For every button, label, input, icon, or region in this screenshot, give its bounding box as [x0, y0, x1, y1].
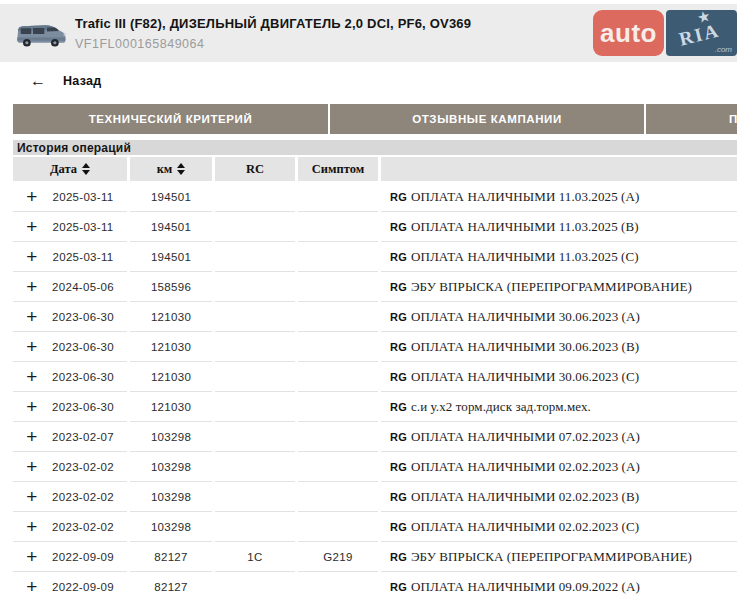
tab-bar: ТЕХНИЧЕСКИЙ КРИТЕРИЙ ОТЗЫВНЫЕ КАМПАНИИ П	[13, 104, 737, 134]
expand-row-icon[interactable]: +	[13, 188, 51, 206]
table-row: +2025-03-11194501RGОПЛАТА НАЛИЧНЫМИ 11.0…	[13, 182, 737, 212]
row-description: RGОПЛАТА НАЛИЧНЫМИ 02.02.2023 (B)	[381, 482, 737, 512]
row-rc	[215, 302, 295, 332]
cell-date: +2022-09-09	[13, 572, 127, 600]
cell-date: +2025-03-11	[13, 212, 127, 242]
row-rc: 1C	[215, 542, 295, 572]
row-date: 2024-05-06	[51, 281, 127, 293]
row-description-text: ОПЛАТА НАЛИЧНЫМИ 02.02.2023 (A)	[411, 459, 640, 475]
row-symptom	[298, 212, 378, 242]
row-symptom	[298, 272, 378, 302]
column-header-date[interactable]: Дата	[13, 157, 127, 181]
logo-com-text: .com	[715, 45, 732, 54]
row-tag: RG	[390, 461, 407, 473]
page-header: Trafic III (F82), ДИЗЕЛЬНЫЙ ДВИГАТЕЛЬ 2,…	[0, 4, 737, 62]
row-date: 2025-03-11	[51, 191, 127, 203]
row-description-text: ЭБУ ВПРЫСКА (ПЕРЕПРОГРАММИРОВАНИЕ)	[411, 279, 692, 295]
expand-row-icon[interactable]: +	[13, 338, 51, 356]
logo-auto-block: auto	[593, 10, 664, 56]
table-row: +2025-03-11194501RGОПЛАТА НАЛИЧНЫМИ 11.0…	[13, 212, 737, 242]
row-description: RGОПЛАТА НАЛИЧНЫМИ 11.03.2025 (A)	[381, 182, 737, 212]
cell-date: +2023-06-30	[13, 362, 127, 392]
table-row: +2023-02-07103298RGОПЛАТА НАЛИЧНЫМИ 07.0…	[13, 422, 737, 452]
logo-ria-block: ★ RIA .com	[666, 10, 737, 56]
row-tag: RG	[390, 251, 407, 263]
row-rc	[215, 362, 295, 392]
row-rc	[215, 572, 295, 600]
expand-row-icon[interactable]: +	[13, 398, 51, 416]
vehicle-thumbnail-icon	[12, 18, 68, 50]
row-km: 158596	[130, 272, 212, 302]
row-description-text: с.и у.х2 торм.диск зад.торм.мех.	[411, 399, 591, 415]
tab-recall-campaigns[interactable]: ОТЗЫВНЫЕ КАМПАНИИ	[330, 104, 644, 134]
row-date: 2023-06-30	[51, 311, 127, 323]
row-km: 194501	[130, 182, 212, 212]
row-date: 2025-03-11	[51, 221, 127, 233]
row-symptom	[298, 422, 378, 452]
expand-row-icon[interactable]: +	[13, 578, 51, 596]
row-km: 194501	[130, 212, 212, 242]
row-description-text: ОПЛАТА НАЛИЧНЫМИ 11.03.2025 (B)	[411, 219, 639, 235]
expand-row-icon[interactable]: +	[13, 248, 51, 266]
row-description-text: ОПЛАТА НАЛИЧНЫМИ 02.02.2023 (C)	[411, 519, 639, 535]
cell-date: +2025-03-11	[13, 182, 127, 212]
row-km: 121030	[130, 332, 212, 362]
expand-row-icon[interactable]: +	[13, 458, 51, 476]
tab-clipped-right[interactable]: П	[646, 104, 737, 134]
cell-date: +2023-02-07	[13, 422, 127, 452]
row-tag: RG	[390, 191, 407, 203]
expand-row-icon[interactable]: +	[13, 308, 51, 326]
column-header-km[interactable]: км	[130, 157, 212, 181]
cell-date: +2023-06-30	[13, 302, 127, 332]
row-description-text: ОПЛАТА НАЛИЧНЫМИ 09.09.2022 (A)	[411, 579, 640, 595]
cell-date: +2022-09-09	[13, 542, 127, 572]
cell-date: +2023-02-02	[13, 452, 127, 482]
row-symptom	[298, 452, 378, 482]
expand-row-icon[interactable]: +	[13, 428, 51, 446]
row-km: 194501	[130, 242, 212, 272]
row-date: 2022-09-09	[51, 581, 127, 593]
row-rc	[215, 512, 295, 542]
row-km: 121030	[130, 362, 212, 392]
row-description: RGОПЛАТА НАЛИЧНЫМИ 30.06.2023 (C)	[381, 362, 737, 392]
auto-ria-logo[interactable]: auto ★ RIA .com	[593, 10, 737, 56]
table-row: +2023-06-30121030RGОПЛАТА НАЛИЧНЫМИ 30.0…	[13, 302, 737, 332]
expand-row-icon[interactable]: +	[13, 278, 51, 296]
table-header-row: Дата км RC Симптом	[13, 157, 737, 181]
back-link[interactable]: ← Назад	[30, 74, 102, 88]
row-rc	[215, 392, 295, 422]
table-row: +2023-06-30121030RGОПЛАТА НАЛИЧНЫМИ 30.0…	[13, 362, 737, 392]
row-date: 2022-09-09	[51, 551, 127, 563]
row-description: RGОПЛАТА НАЛИЧНЫМИ 11.03.2025 (C)	[381, 242, 737, 272]
row-tag: RG	[390, 221, 407, 233]
cell-date: +2023-02-02	[13, 482, 127, 512]
column-header-description	[381, 157, 737, 181]
expand-row-icon[interactable]: +	[13, 488, 51, 506]
row-tag: RG	[390, 341, 407, 353]
expand-row-icon[interactable]: +	[13, 218, 51, 236]
row-symptom	[298, 572, 378, 600]
expand-row-icon[interactable]: +	[13, 548, 51, 566]
row-date: 2023-02-02	[51, 461, 127, 473]
row-symptom	[298, 392, 378, 422]
row-description: RGОПЛАТА НАЛИЧНЫМИ 02.02.2023 (A)	[381, 452, 737, 482]
vehicle-history-page: Trafic III (F82), ДИЗЕЛЬНЫЙ ДВИГАТЕЛЬ 2,…	[0, 0, 737, 600]
expand-row-icon[interactable]: +	[13, 368, 51, 386]
row-km: 103298	[130, 482, 212, 512]
expand-row-icon[interactable]: +	[13, 518, 51, 536]
row-rc	[215, 452, 295, 482]
row-rc	[215, 422, 295, 452]
vehicle-title: Trafic III (F82), ДИЗЕЛЬНЫЙ ДВИГАТЕЛЬ 2,…	[75, 16, 471, 31]
cell-date: +2023-06-30	[13, 392, 127, 422]
operations-history-table: Дата км RC Симптом +2025-03-11194501RGОП…	[13, 157, 737, 600]
row-description: RGОПЛАТА НАЛИЧНЫМИ 11.03.2025 (B)	[381, 212, 737, 242]
row-km: 103298	[130, 512, 212, 542]
row-tag: RG	[390, 431, 407, 443]
vehicle-vin: VF1FL000165849064	[75, 37, 204, 51]
table-row: +2023-06-30121030RGОПЛАТА НАЛИЧНЫМИ 30.0…	[13, 332, 737, 362]
row-date: 2023-06-30	[51, 371, 127, 383]
row-description-text: ОПЛАТА НАЛИЧНЫМИ 11.03.2025 (A)	[411, 189, 640, 205]
row-description: RGЭБУ ВПРЫСКА (ПЕРЕПРОГРАММИРОВАНИЕ)	[381, 542, 737, 572]
row-description-text: ОПЛАТА НАЛИЧНЫМИ 02.02.2023 (B)	[411, 489, 639, 505]
tab-technical-criteria[interactable]: ТЕХНИЧЕСКИЙ КРИТЕРИЙ	[13, 104, 328, 134]
